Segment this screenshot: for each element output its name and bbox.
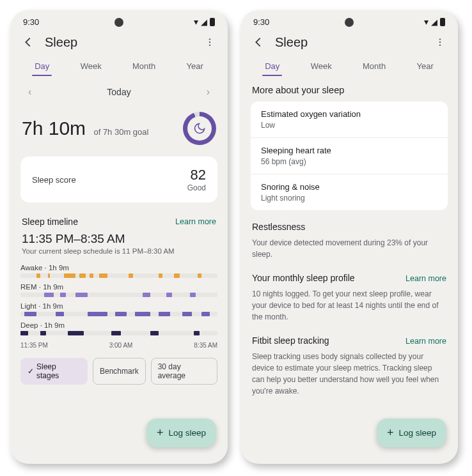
battery-icon <box>210 18 215 26</box>
stage-rem: REM · 1h 9m <box>20 280 217 300</box>
monthly-title: Your monthly sleep profile <box>252 273 355 283</box>
status-time: 9:30 <box>253 17 269 27</box>
timeline-header: Sleep timeline Learn more <box>20 211 217 232</box>
snoring-title: Snoring & noise <box>261 182 437 192</box>
svg-point-5 <box>439 44 441 45</box>
stage-rem-label: REM · 1h 9m <box>20 283 217 291</box>
chip-row: ✓ Sleep stages Benchmark 30 day average <box>20 355 217 385</box>
heart-rate-card[interactable]: Sleeping heart rate 56 bpm (avg) <box>251 138 448 174</box>
svg-point-3 <box>439 38 441 40</box>
info-card-stack: Estimated oxygen variation Low Sleeping … <box>251 102 448 210</box>
oxygen-sub: Low <box>261 121 437 130</box>
next-day-button[interactable]: › <box>201 84 215 100</box>
wifi-icon: ▾ <box>194 17 198 27</box>
tab-week[interactable]: Week <box>77 56 106 77</box>
timeline-learn-more[interactable]: Learn more <box>175 217 216 226</box>
axis-mid: 3:00 AM <box>109 342 133 349</box>
camera-punch <box>114 18 123 27</box>
status-time: 9:30 <box>23 17 39 27</box>
phone-screen-right: 9:30 ▾ ◢ Sleep Day Week Month Year More … <box>240 10 458 464</box>
sleep-duration: 7h 10m of 7h 30m goal <box>22 118 148 139</box>
overflow-menu-button[interactable] <box>202 35 217 50</box>
svg-point-4 <box>439 42 441 43</box>
fab-label: Log sleep <box>398 428 436 438</box>
sleep-score-card[interactable]: Sleep score 82 Good <box>20 157 217 203</box>
restlessness-title: Restlessness <box>251 218 448 236</box>
monthly-body: 10 nights logged. To get your next sleep… <box>251 287 448 332</box>
chip-sleep-stages[interactable]: ✓ Sleep stages <box>20 358 88 385</box>
overflow-menu-button[interactable] <box>432 35 448 50</box>
camera-punch <box>345 18 354 27</box>
oxygen-card[interactable]: Estimated oxygen variation Low <box>251 102 448 138</box>
content-right: More about your sleep Estimated oxygen v… <box>240 77 458 464</box>
chip-30day-avg[interactable]: 30 day average <box>151 358 217 385</box>
snoring-card[interactable]: Snoring & noise Light snoring <box>251 174 448 210</box>
score-value: 82 <box>187 167 206 183</box>
time-range: 11:35 PM–8:35 AM <box>20 232 217 246</box>
date-nav: ‹ Today › <box>20 77 217 109</box>
tab-day[interactable]: Day <box>31 56 53 77</box>
timeline-title: Sleep timeline <box>22 217 78 227</box>
status-icons: ▾ ◢ <box>424 17 445 27</box>
axis-end: 8:35 AM <box>194 342 217 349</box>
stage-deep-label: Deep · 1h 9m <box>20 321 217 329</box>
fab-label: Log sleep <box>168 428 206 438</box>
tab-year[interactable]: Year <box>183 56 207 77</box>
battery-icon <box>440 18 445 26</box>
tabs: Day Week Month Year <box>10 56 228 77</box>
content-left: ‹ Today › 7h 10m of 7h 30m goal Sleep sc… <box>10 77 228 464</box>
moon-icon <box>187 116 212 141</box>
page-title: Sleep <box>45 35 193 50</box>
more-about-sleep-title: More about your sleep <box>251 77 448 102</box>
chip-benchmark[interactable]: Benchmark <box>93 358 146 385</box>
plus-icon: + <box>157 426 164 440</box>
signal-icon: ◢ <box>431 17 437 27</box>
log-sleep-fab[interactable]: + Log sleep <box>377 418 446 447</box>
score-word: Good <box>187 183 206 192</box>
app-bar: Sleep <box>240 29 458 56</box>
tab-week[interactable]: Week <box>307 56 336 77</box>
snoring-sub: Light snoring <box>261 194 437 203</box>
score-label: Sleep score <box>32 175 76 185</box>
tab-month[interactable]: Month <box>359 56 389 77</box>
app-bar: Sleep <box>10 29 228 56</box>
fitbit-header: Fitbit sleep tracking Learn more <box>251 332 448 349</box>
stage-awake: Awake · 1h 9m <box>20 261 217 280</box>
stage-awake-label: Awake · 1h 9m <box>20 264 217 272</box>
svg-point-2 <box>209 44 210 45</box>
duration-value: 7h 10m <box>22 118 86 139</box>
log-sleep-fab[interactable]: + Log sleep <box>146 418 216 447</box>
tab-day[interactable]: Day <box>261 56 283 77</box>
score-right: 82 Good <box>187 167 206 192</box>
tab-year[interactable]: Year <box>413 56 437 77</box>
back-button[interactable] <box>251 35 266 50</box>
fitbit-title: Fitbit sleep tracking <box>252 335 329 346</box>
tab-month[interactable]: Month <box>129 56 159 77</box>
page-title: Sleep <box>275 35 423 50</box>
axis-start: 11:35 PM <box>20 342 48 349</box>
wifi-icon: ▾ <box>424 17 429 27</box>
restlessness-body: Your device detected movement during 23%… <box>251 236 448 269</box>
monthly-header: Your monthly sleep profile Learn more <box>251 269 448 287</box>
tabs: Day Week Month Year <box>240 56 458 77</box>
duration-goal: of 7h 30m goal <box>93 127 148 137</box>
fitbit-body: Sleep tracking uses body signals collect… <box>251 349 448 406</box>
check-icon: ✓ <box>28 367 34 376</box>
goal-ring <box>183 112 216 145</box>
monthly-learn-more[interactable]: Learn more <box>405 274 446 283</box>
signal-icon: ◢ <box>201 17 207 27</box>
fitbit-learn-more[interactable]: Learn more <box>405 337 446 346</box>
schedule-text: Your current sleep schedule is 11 PM–8:3… <box>20 246 217 261</box>
back-button[interactable] <box>20 35 36 50</box>
chip-stages-label: Sleep stages <box>36 362 81 380</box>
svg-point-0 <box>209 38 210 40</box>
plus-icon: + <box>387 426 394 440</box>
phone-screen-left: 9:30 ▾ ◢ Sleep Day Week Month Year ‹ Tod… <box>10 10 228 464</box>
duration-row: 7h 10m of 7h 30m goal <box>20 109 217 157</box>
stage-light: Light · 1h 9m <box>20 300 217 319</box>
prev-day-button[interactable]: ‹ <box>23 84 36 100</box>
stage-deep: Deep · 1h 9m <box>20 319 217 338</box>
heart-sub: 56 bpm (avg) <box>261 157 437 166</box>
date-label: Today <box>107 87 130 97</box>
stage-light-label: Light · 1h 9m <box>20 302 217 310</box>
